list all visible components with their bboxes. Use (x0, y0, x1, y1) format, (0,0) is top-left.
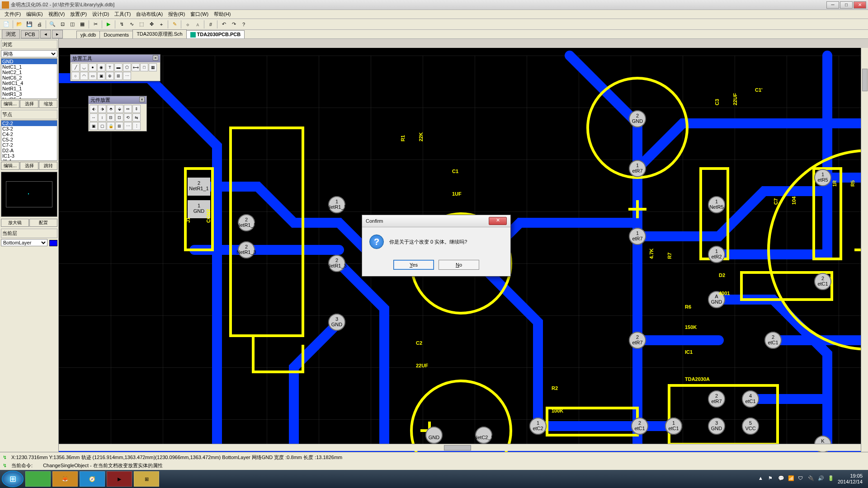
minimize-button[interactable]: ─ (826, 1, 839, 9)
redo-icon[interactable]: ↷ (229, 20, 238, 29)
doc-tab-documents[interactable]: Documents (99, 31, 133, 38)
net-item[interactable]: NetIC1_4 (1, 80, 57, 86)
more2-icon[interactable]: ⋯ (124, 122, 132, 130)
node-item[interactable]: C3-2 (1, 126, 57, 131)
grid-icon[interactable]: # (206, 20, 215, 29)
ungroup-icon[interactable]: ▢ (98, 122, 106, 130)
net-select-button[interactable]: 选择 (20, 100, 38, 108)
space-h-icon[interactable]: ↔ (90, 113, 98, 122)
zoom-select-icon[interactable]: ▦ (78, 20, 87, 29)
tool-arc-icon[interactable]: ◡ (80, 63, 88, 71)
node-list[interactable]: C2-2 C3-2 C4-2 C5-2 C7-2 D2-A IC1-3 J1-1 (1, 120, 57, 161)
taskbar-app4[interactable]: ▶ (107, 471, 132, 487)
distribute-h-icon[interactable]: ⇔ (124, 105, 132, 113)
tray-up-icon[interactable]: ▲ (758, 475, 765, 483)
tool-circle-icon[interactable]: ○ (71, 72, 80, 80)
help-icon[interactable]: ? (239, 20, 248, 29)
tool-poly-icon[interactable]: ⬠ (123, 63, 131, 71)
zoom-in-icon[interactable]: 🔍 (48, 20, 57, 29)
tray-flag-icon[interactable]: ⚑ (768, 475, 775, 483)
menu-place[interactable]: 放置(P) (67, 10, 90, 19)
distribute-v-icon[interactable]: ⇕ (132, 105, 141, 113)
net-item[interactable]: NetC6_2 (1, 75, 57, 80)
node-item[interactable]: J1-1 (1, 159, 57, 161)
align-left-icon[interactable]: ⬖ (90, 105, 98, 113)
run-icon[interactable]: ▶ (104, 20, 113, 29)
doc-tab-sch[interactable]: TDA2030原理图.Sch (132, 29, 186, 38)
select-rect-icon[interactable]: ⬚ (137, 20, 146, 29)
tool-pad-icon[interactable]: ● (89, 63, 97, 71)
route2-icon[interactable]: ∿ (127, 20, 136, 29)
node-jump-button[interactable]: 跳转 (39, 162, 57, 170)
node-item[interactable]: C4-2 (1, 131, 57, 137)
tool-fill-icon[interactable]: ▬ (114, 63, 123, 71)
lock-icon[interactable]: 🔒 (107, 122, 115, 130)
taskbar-app2[interactable]: 🦊 (52, 471, 78, 487)
tool-dim-icon[interactable]: ⟷ (132, 63, 140, 71)
undo-icon[interactable]: ↶ (219, 20, 228, 29)
net-edit-button[interactable]: 编辑... (1, 100, 19, 108)
tray-battery-icon[interactable]: 🔋 (828, 475, 835, 483)
yes-button[interactable]: Yes (393, 260, 434, 270)
net-item[interactable]: NetC2_1 (1, 70, 57, 75)
magnify-button[interactable]: 放大镜 (1, 219, 29, 227)
dialog-close-button[interactable]: ✕ (489, 217, 507, 225)
menu-edit[interactable]: 编辑(E) (24, 10, 46, 19)
room-icon[interactable]: ⊞ (115, 122, 123, 130)
vertical-scrollbar[interactable] (861, 48, 868, 461)
taskbar-app5[interactable]: ⊞ (134, 471, 159, 487)
flip-icon[interactable]: ⇋ (132, 113, 141, 122)
doc-tab-ddb[interactable]: yjk.ddb (76, 31, 100, 38)
net-zoom-button[interactable]: 缩放 (39, 100, 57, 108)
tool-arc2-icon[interactable]: ◠ (80, 72, 88, 80)
start-button[interactable]: ⊞ (2, 471, 24, 487)
net-item[interactable]: NetR1_3 (1, 91, 57, 97)
config-button[interactable]: 配置 (29, 219, 57, 227)
net-item[interactable]: GND (1, 59, 57, 64)
zoom-area-icon[interactable]: ◫ (68, 20, 77, 29)
tool-line-icon[interactable]: ╱ (71, 63, 80, 71)
net-type-select[interactable]: 网络 (1, 50, 57, 57)
close-button[interactable]: ✕ (854, 1, 866, 9)
drc2-icon[interactable]: ⟑ (193, 20, 202, 29)
zoom-fit-icon[interactable]: ⊡ (58, 20, 67, 29)
menu-help[interactable]: 帮助(H) (211, 10, 233, 19)
tool-text-icon[interactable]: T (106, 63, 114, 71)
net-list[interactable]: GND NetC1_1 NetC2_1 NetC6_2 NetIC1_4 Net… (1, 58, 57, 99)
print-icon[interactable]: 🖨 (35, 20, 44, 29)
maximize-button[interactable]: □ (840, 1, 853, 9)
new-icon[interactable]: 📄 (2, 20, 11, 29)
move-icon[interactable]: ✥ (147, 20, 156, 29)
layer-color-swatch[interactable] (49, 240, 57, 246)
tab-pcb[interactable]: PCB (21, 30, 39, 38)
taskbar-clock[interactable]: 19:05 2014/12/14 (838, 473, 863, 485)
tool-room-icon[interactable]: ▭ (89, 72, 97, 80)
scrollbar-thumb[interactable] (862, 69, 868, 91)
tool-array-icon[interactable]: ⊞ (114, 72, 123, 80)
open-icon[interactable]: 📂 (15, 20, 24, 29)
node-item[interactable]: D2-A (1, 148, 57, 153)
tool-via-icon[interactable]: ◉ (97, 63, 105, 71)
menu-tools[interactable]: 工具(T) (112, 10, 133, 19)
node-item[interactable]: C2-2 (1, 121, 57, 126)
place-toolbox[interactable]: 放置工具× ╱ ◡ ● ◉ T ▬ ⬠ ⟷ □ ▦ ○ ◠ ▭ ▣ ⊕ ⊞ ⋯ (70, 54, 160, 81)
tab-browse[interactable]: 浏览 (2, 29, 20, 39)
cut-icon[interactable]: ✂ (91, 20, 100, 29)
space-v-icon[interactable]: ↕ (98, 113, 106, 122)
tab-scroll-left[interactable]: ◂ (40, 30, 51, 38)
save-icon[interactable]: 💾 (25, 20, 34, 29)
hscroll-thumb[interactable] (444, 445, 471, 450)
toolbox2-close-icon[interactable]: × (139, 97, 145, 102)
align-top-icon[interactable]: ⬘ (107, 105, 115, 113)
net-item[interactable]: NetR1_1 (1, 86, 57, 91)
tray-vol-icon[interactable]: 🔊 (818, 475, 825, 483)
node-item[interactable]: C5-2 (1, 137, 57, 142)
no-button[interactable]: No (439, 260, 479, 270)
node-select-button[interactable]: 选择 (20, 162, 38, 170)
node-item[interactable]: IC1-3 (1, 153, 57, 159)
drc-icon[interactable]: ⟐ (183, 20, 192, 29)
node-edit-button[interactable]: 编辑... (1, 162, 19, 170)
taskbar-app3[interactable]: 🧭 (80, 471, 105, 487)
align-bottom-icon[interactable]: ⬙ (115, 105, 123, 113)
tray-shield-icon[interactable]: 🛡 (798, 475, 805, 483)
